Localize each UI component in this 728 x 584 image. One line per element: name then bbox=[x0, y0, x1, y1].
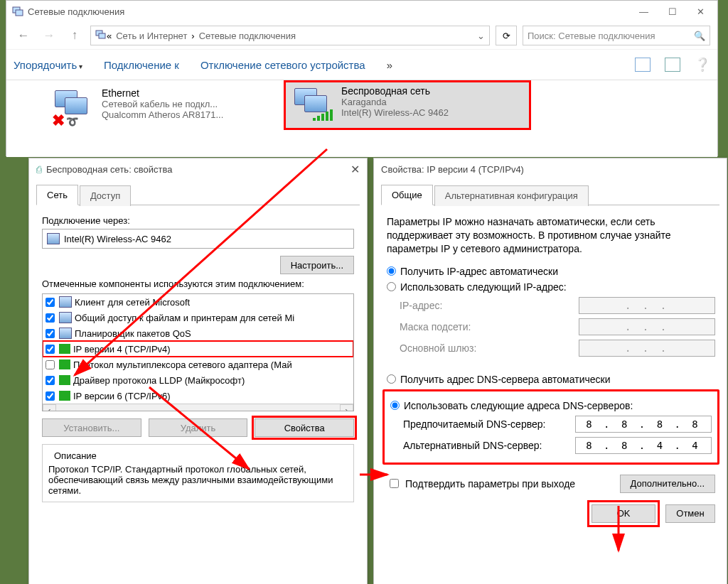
chevron-down-icon[interactable]: ⌄ bbox=[477, 31, 485, 41]
validate-checkbox-row[interactable]: Подтвердить параметры при выходе bbox=[387, 477, 575, 490]
adapter-field[interactable]: Intel(R) Wireless-AC 9462 bbox=[42, 229, 354, 249]
gateway-label: Основной шлюз: bbox=[400, 342, 579, 354]
toolbar: Упорядочить Подключение к Отключение сет… bbox=[6, 49, 717, 80]
dns-group-highlight: Использовать следующие адреса DNS-сервер… bbox=[382, 389, 719, 465]
tabs: Общие Альтернативная конфигурация bbox=[381, 184, 719, 205]
list-item[interactable]: Драйвер протокола LLDP (Майкрософт) bbox=[43, 372, 353, 388]
disable-device-button[interactable]: Отключение сетевого устройства bbox=[200, 59, 365, 71]
checkbox[interactable] bbox=[46, 345, 55, 354]
tab-access[interactable]: Доступ bbox=[80, 185, 131, 206]
components-list[interactable]: Клиент для сетей Microsoft Общий доступ … bbox=[42, 293, 354, 411]
ip-address-input[interactable]: . . . bbox=[579, 297, 715, 314]
location-bar[interactable]: « Сеть и Интернет › Сетевые подключения … bbox=[90, 26, 490, 45]
minimize-button[interactable]: — bbox=[639, 6, 648, 17]
tab-general[interactable]: Общие bbox=[381, 185, 433, 205]
search-icon: 🔍 bbox=[694, 31, 705, 41]
list-item[interactable]: Протокол мультиплексора сетевого адаптер… bbox=[43, 357, 353, 372]
list-item[interactable]: Общий доступ к файлам и принтерам для се… bbox=[43, 310, 353, 325]
checkbox[interactable] bbox=[46, 313, 55, 323]
tab-network[interactable]: Сеть bbox=[36, 185, 78, 205]
adapter-icon bbox=[47, 233, 60, 244]
titlebar[interactable]: Сетевые подключения — ☐ ✕ bbox=[6, 1, 717, 22]
window-icon bbox=[12, 6, 23, 17]
connect-to-button[interactable]: Подключение к bbox=[104, 59, 179, 71]
list-item[interactable]: IP версии 6 (TCP/IPv6) bbox=[43, 388, 353, 404]
network-connections-window: Сетевые подключения — ☐ ✕ ← → ↑ « Сеть и… bbox=[6, 0, 718, 156]
wireless-icon bbox=[290, 85, 336, 125]
radio[interactable] bbox=[390, 401, 400, 410]
tab-alternative[interactable]: Альтернативная конфигурация bbox=[434, 185, 589, 206]
checkbox[interactable] bbox=[46, 391, 55, 401]
checkbox[interactable] bbox=[46, 298, 55, 307]
validate-checkbox[interactable] bbox=[390, 479, 399, 488]
view-details-button[interactable] bbox=[665, 58, 680, 72]
radio-ip-manual[interactable]: Использовать следующий IP-адрес: bbox=[387, 281, 715, 293]
install-button[interactable]: Установить... bbox=[42, 418, 141, 437]
client-icon bbox=[59, 296, 72, 308]
up-button[interactable]: ↑ bbox=[65, 26, 85, 45]
breadcrumb-prefix: « bbox=[107, 31, 112, 41]
description-group: Описание Протокол TCP/IP. Стандартный пр… bbox=[42, 444, 354, 502]
breadcrumb-item[interactable]: Сеть и Интернет bbox=[116, 31, 187, 41]
checkbox[interactable] bbox=[46, 329, 55, 338]
window-controls: — ☐ ✕ bbox=[639, 6, 712, 17]
toolbar-more[interactable]: » bbox=[387, 59, 392, 71]
dns2-label: Альтернативный DNS-сервер: bbox=[403, 440, 575, 451]
dns1-label: Предпочитаемый DNS-сервер: bbox=[403, 418, 575, 430]
description-heading: Описание bbox=[51, 450, 100, 461]
protocol-icon bbox=[59, 359, 70, 369]
radio-ip-auto[interactable]: Получить IP-адрес автоматически bbox=[387, 266, 715, 277]
back-button[interactable]: ← bbox=[14, 26, 33, 45]
configure-button[interactable]: Настроить... bbox=[280, 256, 354, 274]
connection-wireless[interactable]: Беспроводная сеть Karaganda Intel(R) Wir… bbox=[284, 80, 531, 130]
connection-name: Беспроводная сеть bbox=[341, 85, 449, 97]
radio[interactable] bbox=[387, 266, 396, 276]
breadcrumb-item[interactable]: Сетевые подключения bbox=[199, 31, 296, 41]
dns1-input[interactable]: 8 . 8 . 8 . 8 bbox=[575, 416, 712, 433]
dialog-titlebar[interactable]: Свойства: IP версии 4 (TCP/IPv4) bbox=[374, 158, 727, 180]
close-button[interactable]: ✕ bbox=[350, 163, 360, 176]
help-button[interactable]: ❔ bbox=[695, 57, 710, 72]
radio[interactable] bbox=[387, 282, 396, 291]
gateway-input[interactable]: . . . bbox=[579, 340, 715, 357]
organize-menu[interactable]: Упорядочить bbox=[14, 59, 82, 71]
radio-dns-auto[interactable]: Получить адрес DNS-сервера автоматически bbox=[387, 374, 715, 385]
ipv4-properties-dialog: Свойства: IP версии 4 (TCP/IPv4) Общие А… bbox=[373, 158, 727, 584]
properties-button[interactable]: Свойства bbox=[255, 418, 354, 437]
cancel-button[interactable]: Отмен bbox=[665, 504, 715, 523]
dns2-input[interactable]: 8 . 8 . 4 . 4 bbox=[575, 437, 712, 454]
connection-device: Intel(R) Wireless-AC 9462 bbox=[341, 107, 449, 118]
connection-ethernet[interactable]: ✖ ➰ Ethernet Сетевой кабель не подкл... … bbox=[46, 85, 268, 130]
disconnected-icon: ✖ bbox=[52, 112, 65, 130]
connections-list: ✖ ➰ Ethernet Сетевой кабель не подкл... … bbox=[6, 80, 717, 157]
search-input[interactable]: Поиск: Сетевые подключения 🔍 bbox=[523, 26, 710, 45]
address-bar: ← → ↑ « Сеть и Интернет › Сетевые подклю… bbox=[6, 22, 717, 49]
svg-rect-1 bbox=[16, 10, 23, 16]
remove-button[interactable]: Удалить bbox=[149, 418, 248, 437]
usb-icon: ⎙ bbox=[36, 164, 42, 175]
connection-status: Сетевой кабель не подкл... bbox=[102, 99, 223, 109]
radio[interactable] bbox=[387, 374, 396, 384]
maximize-button[interactable]: ☐ bbox=[668, 6, 677, 17]
svg-rect-3 bbox=[99, 33, 105, 38]
info-text: Параметры IP можно назначать автоматичес… bbox=[387, 215, 715, 256]
close-button[interactable]: ✕ bbox=[697, 6, 705, 17]
advanced-button[interactable]: Дополнительно... bbox=[620, 475, 715, 493]
list-item-ipv4[interactable]: IP версии 4 (TCP/IPv4) bbox=[43, 341, 353, 357]
forward-button[interactable]: → bbox=[39, 26, 59, 45]
dialog-title: Свойства: IP версии 4 (TCP/IPv4) bbox=[381, 164, 524, 175]
signal-bars-icon bbox=[313, 109, 333, 121]
ok-button[interactable]: OK bbox=[592, 504, 655, 523]
list-item[interactable]: Планировщик пакетов QoS bbox=[43, 325, 353, 341]
checkbox[interactable] bbox=[46, 360, 55, 369]
list-item[interactable]: Клиент для сетей Microsoft bbox=[43, 294, 353, 310]
refresh-button[interactable]: ⟳ bbox=[496, 26, 517, 45]
dialog-titlebar[interactable]: ⎙ Беспроводная сеть: свойства ✕ bbox=[29, 158, 367, 180]
subnet-input[interactable]: . . . bbox=[579, 318, 715, 335]
components-label: Отмеченные компоненты используются этим … bbox=[42, 279, 354, 289]
radio-dns-manual[interactable]: Использовать следующие адреса DNS-сервер… bbox=[390, 400, 712, 411]
view-icons-button[interactable] bbox=[635, 58, 651, 72]
search-placeholder: Поиск: Сетевые подключения bbox=[528, 31, 655, 41]
scrollbar-horizontal[interactable]: ‹› bbox=[43, 404, 353, 411]
checkbox[interactable] bbox=[46, 376, 55, 385]
